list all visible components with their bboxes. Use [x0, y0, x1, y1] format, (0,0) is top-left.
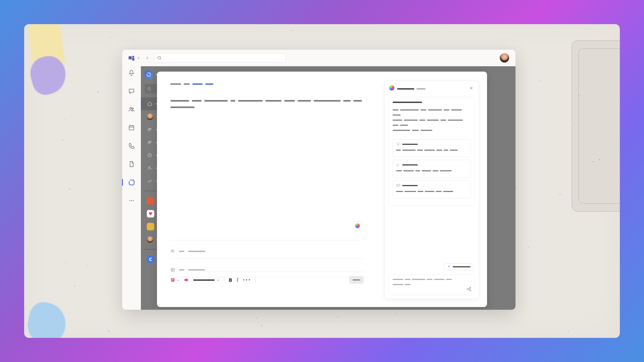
copilot-suggestion[interactable] — [393, 180, 471, 198]
editor-toolbar: B I ••• — [170, 272, 364, 284]
megaphone-icon — [184, 277, 189, 283]
svg-point-6 — [129, 200, 130, 201]
breadcrumb[interactable] — [170, 83, 213, 85]
svg-point-15 — [149, 167, 150, 168]
breadcrumb-segment[interactable] — [170, 83, 181, 85]
clock-icon — [147, 152, 153, 158]
separator — [224, 276, 224, 283]
svg-rect-0 — [129, 56, 132, 60]
people2-icon — [147, 127, 153, 132]
svg-point-11 — [150, 128, 151, 130]
rail-item-more[interactable] — [127, 196, 136, 205]
svg-point-2 — [158, 56, 160, 59]
copilot-suggestion-chip[interactable] — [444, 263, 474, 270]
breadcrumb-segment[interactable] — [192, 83, 203, 85]
svg-point-13 — [150, 141, 151, 142]
breadcrumb-segment[interactable] — [184, 83, 190, 85]
send-icon — [466, 286, 472, 292]
desktop-background: ♥C — [24, 24, 620, 338]
svg-point-9 — [148, 87, 150, 90]
svg-point-16 — [172, 250, 173, 251]
font-picker[interactable] — [193, 279, 220, 282]
chevron-down-icon — [217, 279, 220, 282]
nav-back-button[interactable] — [135, 54, 142, 61]
app-rail — [122, 66, 141, 310]
component-icon — [170, 278, 175, 282]
more-formatting-button[interactable]: ••• — [243, 278, 251, 283]
avatar-icon — [147, 236, 153, 243]
person-star-icon — [147, 165, 153, 171]
svg-point-1 — [132, 56, 134, 58]
copilot-suggestion[interactable] — [393, 160, 471, 178]
rail-item-files[interactable] — [127, 160, 136, 169]
copilot-icon — [355, 223, 360, 228]
rail-item-calendar[interactable] — [127, 123, 136, 132]
italic-button[interactable]: I — [237, 277, 238, 283]
home-icon — [147, 101, 153, 107]
app-icon: ♥ — [147, 210, 154, 217]
file-icon — [128, 161, 135, 168]
copilot-fab-button[interactable] — [353, 221, 362, 230]
breadcrumb-segment[interactable] — [205, 83, 213, 85]
svg-rect-20 — [172, 279, 174, 279]
toolbar-action-button[interactable] — [349, 276, 364, 284]
chat-icon — [128, 88, 135, 95]
announce-button[interactable] — [184, 277, 189, 283]
insert-component-button[interactable] — [170, 278, 179, 282]
copilot-intro-card — [389, 97, 475, 206]
pencil-icon — [396, 163, 400, 167]
loop-icon — [128, 179, 135, 186]
dots-icon — [128, 197, 135, 204]
rail-item-chat[interactable] — [127, 87, 136, 96]
copilot-icon — [389, 85, 394, 91]
people-icon — [128, 106, 135, 113]
search-icon — [157, 56, 162, 60]
separator — [170, 258, 364, 259]
search-icon — [147, 87, 151, 91]
sparkle-icon — [447, 265, 451, 268]
phone-icon — [128, 142, 135, 149]
avatar-icon — [147, 113, 153, 120]
decorative-blob — [24, 300, 69, 338]
person-plus-icon — [170, 249, 175, 254]
app-icon: C — [147, 256, 154, 263]
rail-item-activity[interactable] — [127, 68, 136, 77]
editor-card: B I ••• — [157, 72, 487, 307]
svg-point-4 — [132, 108, 133, 109]
global-search-input[interactable] — [154, 53, 286, 62]
loop-logo-icon — [145, 71, 153, 79]
app-icon — [147, 197, 154, 205]
rail-item-calls[interactable] — [127, 141, 136, 150]
copilot-suggestion[interactable] — [393, 139, 471, 157]
close-button[interactable] — [468, 85, 474, 91]
lightbulb-icon — [396, 142, 400, 146]
calendar-icon — [128, 124, 135, 131]
chat-q-icon — [396, 183, 400, 187]
bell-icon — [128, 69, 135, 76]
rail-item-loop[interactable] — [127, 178, 136, 187]
teams-logo-icon — [128, 54, 135, 61]
separator — [170, 240, 364, 240]
svg-point-8 — [133, 200, 134, 201]
svg-point-3 — [130, 107, 132, 109]
separator — [255, 276, 255, 283]
svg-rect-17 — [171, 268, 174, 271]
chevron-down-icon — [176, 279, 179, 282]
copilot-title — [397, 86, 426, 91]
svg-point-12 — [148, 141, 149, 142]
app-icon — [147, 223, 154, 230]
user-avatar[interactable] — [499, 53, 510, 63]
people2-icon — [147, 139, 153, 145]
meta-row[interactable] — [170, 246, 364, 257]
svg-rect-5 — [129, 125, 134, 130]
bold-button[interactable]: B — [229, 277, 232, 283]
send-button[interactable] — [466, 286, 472, 292]
copilot-input[interactable] — [389, 275, 475, 295]
nav-forward-button[interactable] — [144, 54, 151, 61]
svg-point-10 — [148, 128, 149, 129]
rail-item-teams[interactable] — [127, 105, 136, 114]
copilot-greeting — [393, 102, 422, 103]
svg-rect-18 — [172, 270, 173, 271]
workspace: ♥C — [141, 66, 515, 310]
analytics-icon — [147, 178, 153, 184]
